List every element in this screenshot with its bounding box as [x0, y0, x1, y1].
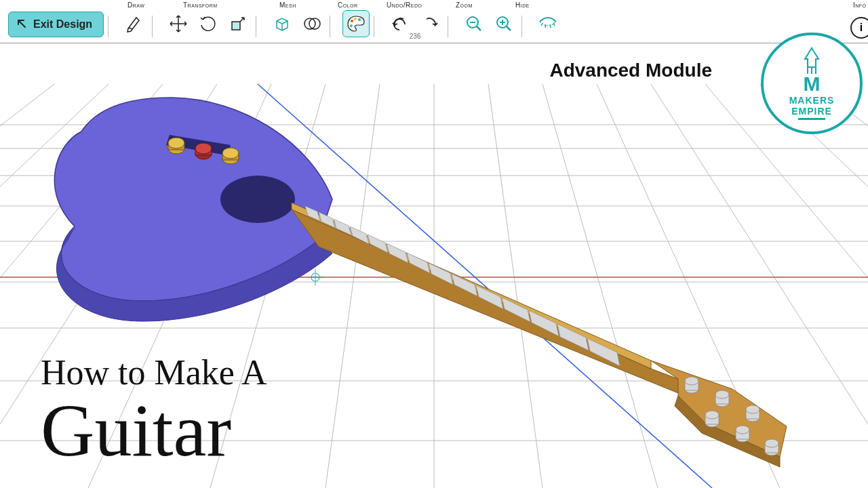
- module-label: Advanced Module: [549, 60, 712, 81]
- exit-label: Exit Design: [33, 18, 92, 30]
- label-undoredo: Undo/Redo: [387, 1, 422, 9]
- label-transform: Transform: [183, 1, 218, 9]
- pencil-tool[interactable]: [121, 10, 148, 37]
- svg-point-3: [351, 20, 353, 22]
- palette-icon: [346, 14, 366, 34]
- undo-icon: [391, 15, 409, 33]
- group-transform: [165, 10, 252, 39]
- scale-icon: [229, 14, 248, 33]
- separator: [108, 16, 108, 37]
- svg-line-33: [814, 84, 868, 488]
- hide-button[interactable]: [534, 10, 561, 37]
- zoom-out-icon: [465, 14, 484, 33]
- move-icon: [169, 14, 188, 33]
- axis-z: [258, 84, 712, 488]
- svg-rect-0: [232, 22, 240, 30]
- label-mesh: Mesh: [279, 1, 296, 9]
- mesh-boolean-tool[interactable]: [298, 10, 326, 37]
- toolbar: Draw Transform Mesh Color Undo/Redo Zoom…: [0, 0, 868, 43]
- label-color: Color: [338, 1, 358, 9]
- svg-point-50: [715, 390, 729, 399]
- info-button[interactable]: i: [850, 17, 868, 39]
- scale-tool[interactable]: [224, 10, 252, 37]
- makers-empire-logo: M MAKERS EMPIRE: [761, 33, 863, 134]
- separator: [330, 16, 330, 37]
- svg-point-62: [765, 439, 778, 447]
- group-undoredo: 236: [387, 10, 443, 39]
- redo-button[interactable]: [416, 10, 443, 37]
- svg-point-2: [309, 18, 320, 29]
- rotate-icon: [199, 14, 218, 33]
- group-mesh: [269, 10, 326, 39]
- svg-point-35: [220, 176, 295, 223]
- svg-point-6: [350, 24, 353, 27]
- svg-point-38: [168, 138, 184, 148]
- svg-point-41: [195, 143, 212, 154]
- eye-icon: [538, 15, 558, 33]
- logo-underline: [798, 118, 825, 120]
- group-hide: [534, 10, 561, 39]
- palette-tool[interactable]: [342, 10, 370, 37]
- toolbar-labels: Draw Transform Mesh Color Undo/Redo Zoom…: [0, 0, 868, 9]
- info-icon: i: [860, 22, 863, 34]
- label-hide: Hide: [515, 1, 530, 9]
- exit-design-button[interactable]: Exit Design: [8, 12, 104, 37]
- group-color: [342, 10, 370, 39]
- cube-icon: [273, 14, 292, 33]
- gizmo: [307, 269, 324, 285]
- svg-point-44: [222, 148, 239, 159]
- guitar-body: [54, 98, 332, 321]
- svg-line-28: [542, 84, 658, 488]
- logo-line1: MAKERS: [789, 96, 835, 106]
- label-zoom: Zoom: [456, 1, 473, 9]
- pencil-icon: [124, 14, 144, 34]
- title-overlay: How to Make A Guitar: [41, 355, 267, 468]
- title-line2: Guitar: [41, 393, 267, 468]
- title-line1: How to Make A: [41, 355, 267, 390]
- boolean-icon: [302, 14, 321, 33]
- redo-icon: [421, 15, 439, 33]
- svg-point-4: [354, 18, 357, 20]
- separator: [448, 16, 448, 37]
- svg-point-47: [685, 377, 698, 385]
- svg-line-27: [488, 84, 542, 488]
- label-draw: Draw: [127, 1, 144, 9]
- separator: [374, 16, 374, 37]
- exit-arrow-icon: [16, 18, 29, 31]
- logo-line2: EMPIRE: [791, 106, 832, 117]
- svg-point-56: [705, 411, 719, 419]
- zoom-in-button[interactable]: [490, 10, 517, 37]
- label-info: Info: [853, 1, 867, 9]
- svg-line-19: [326, 84, 380, 488]
- mesh-cube-tool[interactable]: [269, 10, 296, 37]
- svg-point-5: [358, 18, 361, 21]
- svg-point-59: [736, 426, 749, 434]
- separator: [152, 16, 153, 37]
- rotate-tool[interactable]: [195, 10, 222, 37]
- zoom-in-icon: [494, 14, 513, 33]
- zoom-out-button[interactable]: [460, 10, 488, 37]
- group-draw: [121, 10, 148, 39]
- group-zoom: [460, 10, 517, 39]
- svg-point-1: [304, 18, 315, 29]
- logo-m: M: [804, 73, 821, 96]
- svg-point-53: [746, 405, 760, 413]
- separator: [256, 16, 256, 37]
- separator: [521, 16, 522, 37]
- move-tool[interactable]: [165, 10, 192, 37]
